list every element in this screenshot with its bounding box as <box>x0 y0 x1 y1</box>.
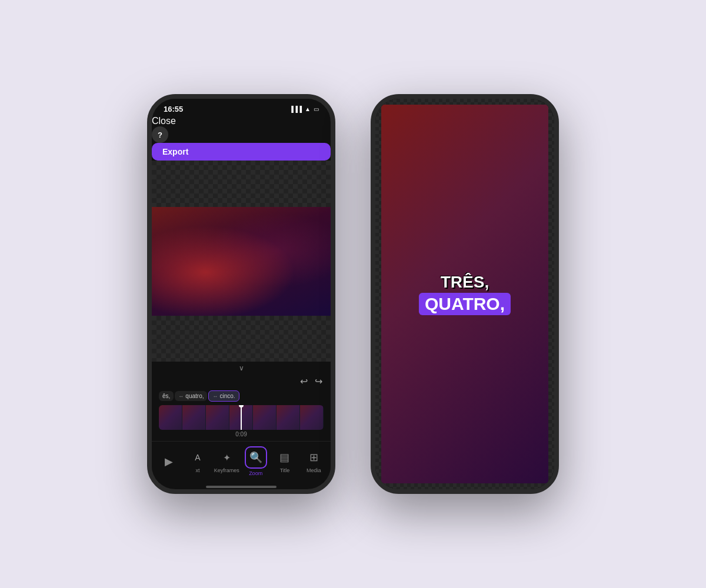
redo-button[interactable]: ↪ <box>315 376 322 387</box>
tool-play[interactable]: ▶ <box>156 453 182 470</box>
canvas-area <box>152 161 331 362</box>
timecode: 0:09 <box>159 430 324 439</box>
tool-keyframes[interactable]: ✦ Keyframes <box>214 449 239 473</box>
filmstrip-frame-7 <box>300 405 324 430</box>
editor-header: Close ? Export <box>152 116 331 161</box>
tool-media[interactable]: ⊞ Media <box>301 449 327 473</box>
text-label: xt <box>195 467 199 473</box>
keyframes-label: Keyframes <box>214 467 239 473</box>
clip-label-eis[interactable]: ês, <box>159 391 174 401</box>
tool-zoom[interactable]: 🔍 Zoom <box>243 446 269 476</box>
arrow-icon: ↔ <box>178 393 184 399</box>
phone-zoom-panel: 16:57 ▐▐▐ ▲ ▭ TRÊS, QUATRO, <box>371 94 559 494</box>
media-label: Media <box>307 467 321 473</box>
battery-icon: ▭ <box>314 106 319 112</box>
clip-label-cinco[interactable]: ↔ cinco. <box>208 390 239 402</box>
guitar-silhouette <box>152 207 331 316</box>
arrow-icon-2: ↔ <box>212 393 218 399</box>
help-button[interactable]: ? <box>152 126 168 143</box>
zoom-label: Zoom <box>249 470 262 476</box>
filmstrip-frame-3 <box>206 405 229 430</box>
export-button[interactable]: Export <box>152 143 331 161</box>
filmstrip-frame-1 <box>159 405 182 430</box>
undo-redo-row: ↩ ↪ <box>152 375 331 388</box>
timeline-area: 0:09 <box>152 404 331 441</box>
phone-editor: 16:55 ▐▐▐ ▲ ▭ Close ? Export <box>147 94 335 494</box>
video-preview <box>152 207 331 316</box>
clips-row: ês, ↔ quatro, ↔ cinco. <box>152 388 331 404</box>
status-time-1: 16:55 <box>164 105 183 113</box>
title-label: Title <box>280 467 290 473</box>
filmstrip-frame-6 <box>277 405 300 430</box>
play-icon: ▶ <box>161 453 177 470</box>
media-icon: ⊞ <box>305 449 322 466</box>
chevron-down-icon[interactable]: ∨ <box>239 364 244 372</box>
tool-title[interactable]: ▤ Title <box>272 449 298 473</box>
tool-text[interactable]: A xt <box>185 449 211 473</box>
status-bar-1: 16:55 ▐▐▐ ▲ ▭ <box>152 99 331 116</box>
undo-button[interactable]: ↩ <box>300 376 308 387</box>
playhead[interactable] <box>241 405 242 430</box>
zoom-icon: 🔍 <box>248 449 264 466</box>
keyframes-icon: ✦ <box>218 449 235 466</box>
phone2-screen: 16:57 ▐▐▐ ▲ ▭ TRÊS, QUATRO, <box>375 99 554 489</box>
clip-label-quatro[interactable]: ↔ quatro, <box>175 391 207 401</box>
filmstrip-frame-2 <box>182 405 206 430</box>
collapse-row: ∨ <box>152 362 331 375</box>
video-inner: TRÊS, QUATRO, <box>381 105 548 483</box>
text-icon: A <box>189 449 206 466</box>
overlay-text: TRÊS, QUATRO, <box>419 273 511 315</box>
zoom-active-border: 🔍 <box>245 446 267 469</box>
overlay-text-line2: QUATRO, <box>419 293 511 315</box>
status-icons-1: ▐▐▐ ▲ ▭ <box>289 106 319 112</box>
close-button[interactable]: Close <box>152 116 176 126</box>
home-indicator-1 <box>206 486 277 488</box>
filmstrip-frame-5 <box>253 405 277 430</box>
signal-icon: ▐▐▐ <box>289 106 302 112</box>
overlay-text-line1: TRÊS, <box>419 273 511 292</box>
scene: 16:55 ▐▐▐ ▲ ▭ Close ? Export <box>147 94 559 494</box>
bottom-toolbar: ▶ A xt ✦ Keyframes 🔍 Zoom ▤ <box>152 441 331 483</box>
filmstrip[interactable] <box>159 405 324 430</box>
wifi-icon: ▲ <box>305 106 311 112</box>
phone1-screen: 16:55 ▐▐▐ ▲ ▭ Close ? Export <box>152 99 331 489</box>
title-icon: ▤ <box>277 449 293 466</box>
